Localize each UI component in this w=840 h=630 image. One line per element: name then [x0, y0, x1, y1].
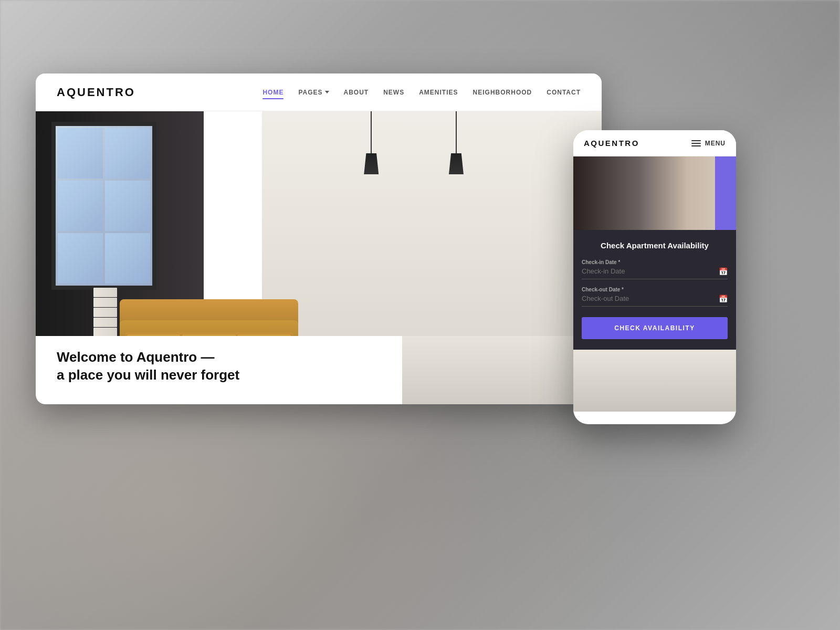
mobile-navbar: AQUENTRO MENU	[573, 130, 736, 156]
mobile-checkin-label: Check-in Date *	[582, 259, 728, 265]
window-pane	[105, 128, 150, 178]
hamburger-icon	[691, 140, 701, 146]
window-pane	[105, 181, 150, 231]
mobile-checkin-wrap[interactable]: 📅	[582, 267, 728, 279]
mobile-check-availability-button[interactable]: CHECK AVAILABILITY	[582, 317, 728, 339]
nav-link-amenities[interactable]: AMENITIES	[419, 89, 458, 96]
mobile-checkout-wrap[interactable]: 📅	[582, 295, 728, 307]
window-pane	[58, 233, 103, 284]
mobile-calendar-icon: 📅	[719, 267, 728, 276]
mobile-logo: AQUENTRO	[584, 139, 639, 148]
desktop-navbar: AQUENTRO HOME PAGES ABOUT NEWS AMENITIES…	[36, 74, 602, 111]
pendant-lamp-2	[449, 111, 464, 174]
mobile-menu-button[interactable]: MENU	[691, 140, 726, 147]
mobile-checkout-input[interactable]	[582, 295, 719, 302]
nav-link-news[interactable]: NEWS	[383, 89, 404, 96]
lamp-shade	[449, 153, 464, 174]
nav-link-home[interactable]: HOME	[262, 89, 284, 96]
nav-link-contact[interactable]: CONTACT	[547, 89, 581, 96]
mobile-calendar-icon-2: 📅	[719, 295, 728, 303]
mobile-hero-image	[573, 156, 736, 230]
mobile-checkout-label: Check-out Date *	[582, 287, 728, 292]
mobile-availability-title: Check Apartment Availability	[582, 240, 728, 251]
nav-link-neighborhood[interactable]: NEIGHBORHOOD	[473, 89, 532, 96]
mobile-menu-label: MENU	[705, 140, 726, 147]
mobile-checkin-input[interactable]	[582, 267, 719, 275]
bottom-room-image	[402, 336, 602, 404]
mobile-checkin-field: Check-in Date * 📅	[582, 259, 728, 279]
lamp-cord	[371, 111, 372, 153]
desktop-bottom-section: Welcome to Aquentro — a place you will n…	[36, 336, 602, 404]
nav-link-about[interactable]: ABOUT	[344, 89, 369, 96]
mobile-hero-accent	[715, 156, 736, 230]
mobile-checkout-field: Check-out Date * 📅	[582, 287, 728, 307]
window-pane	[105, 233, 150, 284]
window-pane	[58, 181, 103, 231]
room-window	[51, 122, 156, 290]
window-pane	[58, 128, 103, 178]
pendant-lamp-1	[364, 111, 379, 174]
desktop-hero: Check Apartment Availability Check-in Da…	[36, 111, 602, 404]
lamp-shade	[364, 153, 379, 174]
mobile-availability-form: Check Apartment Availability Check-in Da…	[573, 230, 736, 350]
nav-link-pages[interactable]: PAGES	[298, 89, 329, 96]
desktop-mockup: AQUENTRO HOME PAGES ABOUT NEWS AMENITIES…	[36, 74, 602, 404]
chevron-down-icon	[325, 91, 329, 93]
mobile-mockup: AQUENTRO MENU Check Apartment Availabili…	[573, 130, 736, 424]
lamp-cord	[456, 111, 457, 153]
desktop-logo: AQUENTRO	[57, 86, 135, 99]
nav-links: HOME PAGES ABOUT NEWS AMENITIES NEIGHBOR…	[262, 89, 581, 96]
mobile-bottom-content	[573, 350, 736, 412]
mobile-room-preview-image	[573, 350, 736, 412]
